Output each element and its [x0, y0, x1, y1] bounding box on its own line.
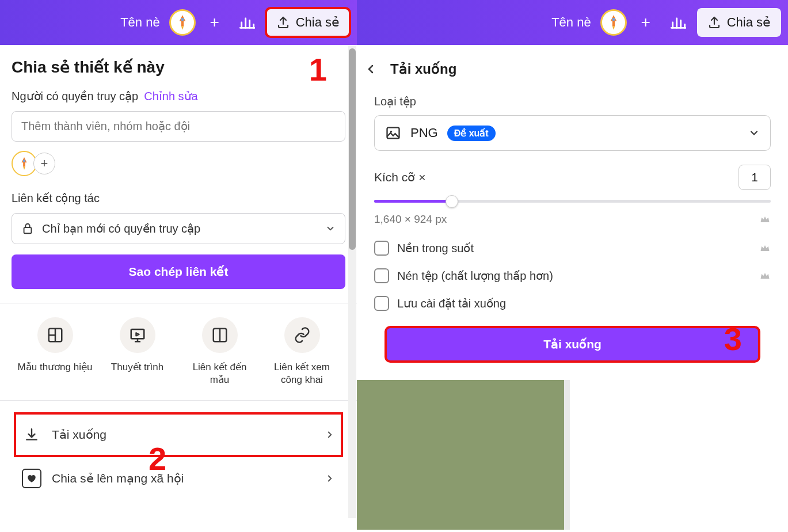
add-member-button[interactable]: + [33, 153, 55, 174]
file-type-select[interactable]: PNG Đề xuất [374, 115, 771, 151]
divider [0, 303, 357, 303]
image-icon [385, 125, 401, 141]
canvas-swatch [357, 380, 564, 530]
avatar[interactable] [600, 9, 627, 36]
avatar[interactable] [169, 9, 196, 36]
svg-point-6 [612, 18, 615, 21]
brand-template-option[interactable]: Mẫu thương hiệu [18, 317, 93, 386]
access-dropdown-label: Chỉ bạn mới có quyền truy cập [42, 222, 200, 235]
rocket-icon [175, 14, 190, 31]
chevron-right-icon [325, 430, 335, 440]
design-name: Tên nè [551, 15, 591, 30]
chevron-down-icon [325, 223, 336, 234]
heart-icon [26, 473, 37, 484]
grid-label: Mẫu thương hiệu [18, 361, 93, 374]
file-type-value: PNG [410, 126, 438, 140]
download-content: Loại tệp PNG Đề xuất Kích cỡ × 1 1,640 ×… [357, 89, 788, 367]
suggested-badge: Đề xuất [447, 126, 496, 141]
download-title: Tải xuống [390, 61, 456, 77]
member-input[interactable] [12, 111, 345, 142]
compress-label: Nén tệp (chất lượng thấp hơn) [397, 269, 751, 283]
divider [0, 400, 357, 401]
canvas-blank [570, 380, 788, 530]
collab-label: Liên kết cộng tác [12, 191, 345, 205]
size-slider[interactable] [374, 198, 771, 205]
add-collaborator-button[interactable]: + [201, 9, 228, 36]
template-link-option[interactable]: Liên kết đến mẫu [182, 317, 257, 386]
presentation-icon [129, 326, 146, 344]
canvas-preview [357, 380, 788, 530]
social-item-label: Chia sẻ lên mạng xã hội [52, 472, 314, 485]
analytics-button[interactable] [665, 9, 691, 36]
access-label: Người có quyền truy cập [12, 89, 138, 103]
svg-rect-2 [24, 227, 32, 233]
file-type-label: Loại tệp [374, 94, 771, 108]
share-button-label: Chia sẻ [727, 15, 771, 30]
social-share-item[interactable]: Chia sẻ lên mạng xã hội [16, 458, 341, 499]
public-link-option[interactable]: Liên kết xem công khai [265, 317, 340, 386]
crown-icon [759, 270, 771, 282]
design-name: Tên nè [120, 15, 160, 30]
download-panel: Tên nè + Chia sẻ Tải xuống Loại tệp PNG … [357, 0, 788, 532]
share-button[interactable]: Chia sẻ [697, 8, 781, 37]
scrollbar[interactable] [348, 46, 356, 518]
svg-point-0 [181, 18, 184, 21]
share-content: Chia sẻ thiết kế này Người có quyền truy… [0, 45, 357, 511]
share-button[interactable]: Chia sẻ [266, 8, 350, 37]
lock-icon [21, 222, 34, 235]
upload-icon [276, 16, 290, 29]
transparent-checkbox[interactable] [374, 241, 389, 256]
dimensions-text: 1,640 × 924 px [374, 213, 447, 226]
chart-icon [239, 14, 255, 31]
download-item[interactable]: Tải xuống [16, 415, 341, 455]
add-collaborator-button[interactable]: + [633, 9, 659, 36]
annotation-3: 3 [724, 320, 742, 358]
edit-access-link[interactable]: Chỉnh sửa [144, 89, 198, 103]
download-icon [24, 427, 39, 442]
size-label: Kích cỡ × [374, 170, 425, 184]
share-panel: Tên nè + Chia sẻ 1 Chia sẻ thiết kế này … [0, 0, 357, 532]
topbar-left: Tên nè + Chia sẻ [0, 0, 357, 45]
rocket-icon [18, 156, 31, 171]
annotation-1: 1 [309, 51, 327, 88]
members-row: + [12, 151, 345, 176]
download-item-label: Tải xuống [52, 428, 314, 442]
template-icon [211, 326, 229, 344]
present-option[interactable]: Thuyết trình [100, 317, 175, 386]
back-row: Tải xuống [357, 45, 788, 89]
share-button-label: Chia sẻ [296, 15, 340, 30]
crown-icon [759, 214, 771, 225]
rocket-icon [606, 14, 621, 31]
back-button[interactable] [364, 62, 378, 76]
copy-link-button[interactable]: Sao chép liên kết [12, 254, 345, 289]
crown-icon [759, 242, 771, 254]
grid-label: Liên kết đến mẫu [182, 361, 257, 386]
scroll-thumb[interactable] [349, 48, 356, 250]
chart-icon [670, 14, 686, 31]
chevron-down-icon [748, 127, 760, 139]
save-settings-label: Lưu cài đặt tải xuống [397, 297, 771, 310]
annotation-2: 2 [149, 440, 166, 477]
svg-point-1 [23, 159, 26, 162]
save-settings-checkbox[interactable] [374, 296, 389, 311]
grid-label: Liên kết xem công khai [265, 361, 340, 386]
grid-label: Thuyết trình [111, 361, 163, 374]
layout-icon [47, 326, 64, 344]
share-options-grid: Mẫu thương hiệu Thuyết trình Liên kết đế… [12, 317, 345, 386]
topbar-right: Tên nè + Chia sẻ [357, 0, 788, 45]
share-title: Chia sẻ thiết kế này [12, 58, 345, 77]
access-dropdown[interactable]: Chỉ bạn mới có quyền truy cập [12, 213, 345, 244]
link-icon [294, 326, 311, 344]
upload-icon [707, 16, 721, 29]
analytics-button[interactable] [234, 9, 260, 36]
compress-checkbox[interactable] [374, 268, 389, 283]
download-button[interactable]: Tải xuống [386, 327, 759, 362]
chevron-right-icon [325, 473, 335, 484]
size-multiplier-input[interactable]: 1 [738, 165, 771, 190]
transparent-label: Nền trong suốt [397, 241, 751, 255]
